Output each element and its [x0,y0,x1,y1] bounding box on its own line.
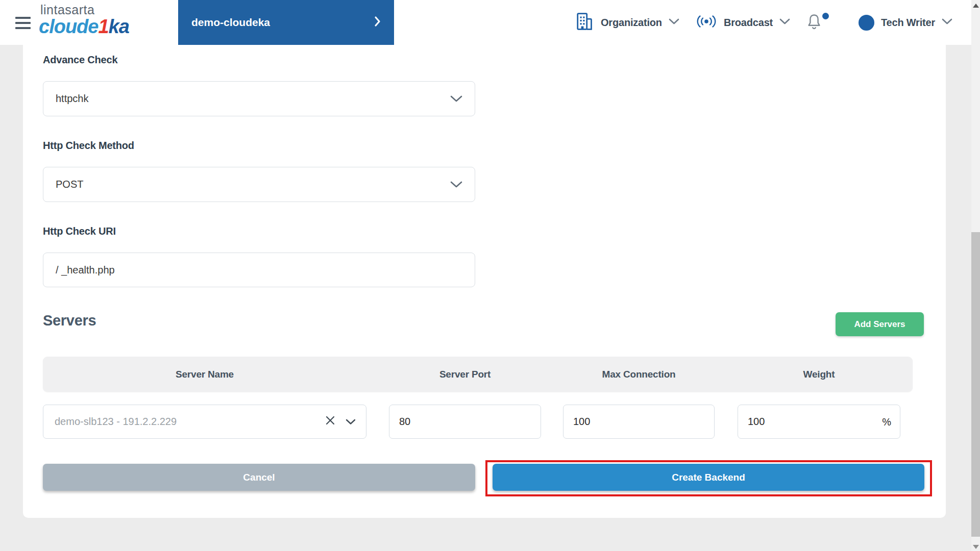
server-port-field [389,405,541,439]
max-connection-field [563,405,715,439]
servers-table-header: Server Name Server Port Max Connection W… [43,357,913,392]
scroll-down-arrow-icon[interactable] [973,545,979,549]
http-check-method-label: Http Check Method [43,140,134,152]
cancel-button[interactable]: Cancel [43,464,475,491]
chevron-down-icon [450,95,462,103]
chevron-down-icon [942,18,952,27]
servers-heading: Servers [43,312,96,329]
column-header-server-port: Server Port [389,357,541,392]
project-tab[interactable]: demo-cloudeka [178,0,394,45]
server-name-select[interactable]: demo-slb123 - 191.2.2.229 [43,405,366,439]
notification-bell-button[interactable] [805,13,830,33]
organization-menu[interactable]: Organization [576,0,679,45]
advance-check-select[interactable]: httpchk [43,81,475,116]
percent-suffix: % [882,416,891,428]
chevron-down-icon [779,18,790,27]
column-header-server-name: Server Name [43,357,366,392]
create-backend-button[interactable]: Create Backend [493,464,924,491]
scroll-up-arrow-icon[interactable] [973,4,979,8]
top-header: lintasarta cloude1ka demo-cloudeka Organ… [0,0,971,45]
vertical-scrollbar[interactable] [971,0,980,551]
notification-dot [822,13,829,19]
organization-label: Organization [601,17,662,29]
scroll-thumb[interactable] [971,232,980,537]
content-card: Advance Check httpchk Http Check Method … [23,45,946,518]
advance-check-value: httpchk [56,93,88,105]
chevron-down-icon [669,18,679,27]
advance-check-label: Advance Check [43,54,117,66]
http-check-method-value: POST [56,179,83,190]
broadcast-menu[interactable]: Broadcast [696,0,790,45]
weight-field: % [738,405,900,439]
weight-input[interactable] [738,405,900,438]
logo-cloudeka: cloude1ka [39,17,129,36]
http-check-uri-label: Http Check URI [43,226,116,237]
http-check-uri-field [43,253,475,287]
column-header-weight: Weight [738,357,900,392]
logo-lintasarta: lintasarta [40,4,129,16]
organization-building-icon [576,12,594,33]
bell-icon [805,25,823,34]
add-servers-button[interactable]: Add Servers [836,312,924,336]
user-name: Tech Writer [881,17,935,29]
server-port-input[interactable] [389,405,541,438]
project-tab-label: demo-cloudeka [191,16,374,29]
chevron-down-icon [450,181,462,188]
server-name-value: demo-slb123 - 191.2.2.229 [55,416,177,428]
avatar [859,15,874,31]
column-header-max-connection: Max Connection [563,357,715,392]
broadcast-icon [696,14,717,31]
user-menu[interactable]: Tech Writer [859,0,952,45]
clear-icon[interactable] [324,414,336,429]
max-connection-input[interactable] [564,405,714,438]
hamburger-menu-button[interactable] [15,17,32,29]
chevron-right-icon [374,16,381,29]
http-check-uri-input[interactable] [56,253,475,287]
broadcast-label: Broadcast [724,17,773,29]
http-check-method-select[interactable]: POST [43,167,475,202]
chevron-down-icon[interactable] [346,416,356,428]
brand-logo: lintasarta cloude1ka [39,4,129,36]
